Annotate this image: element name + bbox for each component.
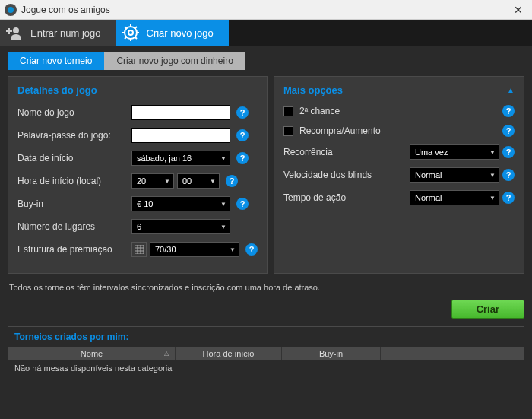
game-name-label: Nome do jogo — [17, 107, 131, 118]
close-icon[interactable]: ✕ — [509, 2, 527, 17]
empty-message: Não há mesas disponíveis nesta categoria — [8, 360, 524, 376]
tab-enter-game[interactable]: Entrar num jogo — [0, 20, 116, 46]
grid-icon[interactable] — [131, 242, 147, 257]
action-time-select[interactable]: Normal — [410, 190, 499, 205]
buyin-label: Buy-in — [17, 198, 131, 209]
titlebar: Jogue com os amigos ✕ — [0, 0, 532, 20]
help-icon[interactable]: ? — [226, 175, 238, 187]
svg-rect-2 — [8, 28, 10, 34]
game-name-input[interactable] — [131, 105, 230, 120]
blinds-label: Velocidade dos blinds — [283, 170, 410, 180]
my-tournaments-title: Torneios criados por mim: — [8, 327, 524, 347]
svg-line-11 — [125, 37, 127, 39]
svg-point-4 — [128, 30, 133, 35]
svg-line-10 — [135, 37, 137, 39]
svg-line-9 — [125, 27, 127, 29]
blinds-select[interactable]: Normal — [410, 167, 499, 183]
gear-icon — [122, 24, 139, 41]
password-label: Palavra-passe do jogo: — [17, 130, 131, 141]
recurrence-select[interactable]: Uma vez — [410, 144, 499, 160]
col-start-time[interactable]: Hora de início — [176, 347, 282, 360]
tab-create-game[interactable]: Criar novo jogo — [116, 20, 229, 46]
primary-tabs: Entrar num jogo Criar novo jogo — [0, 20, 532, 46]
help-icon[interactable]: ? — [502, 146, 515, 158]
app-icon — [5, 4, 17, 16]
sort-icon: △ — [164, 350, 169, 357]
seats-label: Número de lugares — [17, 221, 131, 232]
add-user-icon — [6, 24, 23, 41]
panel-details-title: Detalhes do jogo — [17, 84, 258, 96]
help-icon[interactable]: ? — [502, 169, 515, 181]
col-buyin[interactable]: Buy-in — [282, 347, 381, 360]
help-icon[interactable]: ? — [236, 152, 249, 164]
svg-line-12 — [135, 27, 137, 29]
seats-select[interactable]: 6 — [131, 219, 230, 234]
help-icon[interactable]: ? — [236, 129, 249, 141]
help-icon[interactable]: ? — [502, 125, 515, 137]
subtab-cash[interactable]: Criar novo jogo com dinheiro — [104, 52, 245, 70]
collapse-icon[interactable]: ▲ — [507, 86, 515, 94]
my-tournaments-panel: Torneios criados por mim: Nome△ Hora de … — [8, 326, 524, 376]
help-icon[interactable]: ? — [236, 106, 249, 119]
help-icon[interactable]: ? — [502, 105, 515, 117]
help-icon[interactable]: ? — [236, 198, 249, 210]
help-icon[interactable]: ? — [245, 243, 258, 256]
buyin-select[interactable]: € 10 — [131, 196, 230, 211]
rebuy-checkbox[interactable] — [283, 126, 293, 136]
hour-select[interactable]: 20 — [131, 173, 174, 189]
minute-select[interactable]: 00 — [177, 173, 220, 189]
start-time-label: Hora de início (local) — [17, 176, 131, 186]
second-chance-checkbox[interactable] — [283, 106, 293, 116]
second-chance-label: 2ª chance — [299, 106, 499, 116]
window-title: Jogue com os amigos — [21, 5, 509, 15]
recurrence-label: Recorrência — [283, 147, 410, 157]
rebuy-label: Recompra/Aumento — [299, 125, 499, 136]
prize-label: Estrutura de premiação — [17, 244, 131, 255]
tab-enter-label: Entrar num jogo — [30, 27, 101, 39]
start-date-select[interactable]: sábado, jan 16 — [131, 151, 230, 166]
panel-options-title: Mais opções — [283, 84, 343, 96]
footer-note: Todos os torneios têm intervalos sincron… — [8, 274, 524, 300]
panel-more-options: Mais opções ▲ 2ª chance ? Recompra/Aumen… — [274, 76, 524, 274]
prize-select[interactable]: 70/30 — [150, 242, 239, 257]
tab-create-label: Criar novo jogo — [147, 27, 214, 39]
start-date-label: Data de início — [17, 153, 131, 163]
create-button[interactable]: Criar — [451, 300, 524, 319]
panel-game-details: Detalhes do jogo Nome do jogo ? Palavra-… — [8, 76, 268, 274]
sub-tabs: Criar novo torneio Criar novo jogo com d… — [8, 52, 524, 70]
table-header: Nome△ Hora de início Buy-in — [8, 347, 524, 360]
col-spacer — [381, 347, 524, 360]
subtab-tournament[interactable]: Criar novo torneio — [8, 52, 104, 70]
password-input[interactable] — [131, 128, 230, 143]
help-icon[interactable]: ? — [502, 192, 515, 204]
svg-point-0 — [13, 27, 19, 33]
col-name[interactable]: Nome△ — [8, 347, 176, 360]
action-time-label: Tempo de ação — [283, 192, 410, 203]
